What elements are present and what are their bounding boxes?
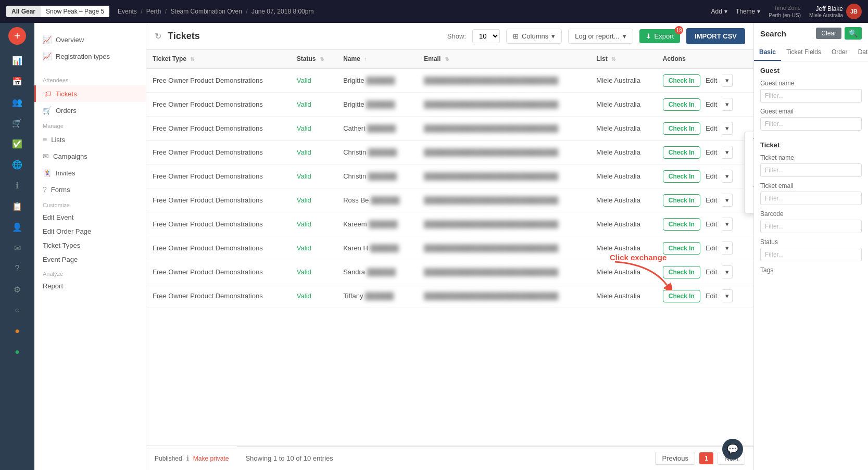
edit-dropdown-button[interactable]: ▾ bbox=[722, 170, 733, 183]
edit-dropdown-button[interactable]: ▾ bbox=[722, 146, 733, 159]
ticket-name-input[interactable] bbox=[760, 163, 862, 177]
nav-item-campaigns[interactable]: ✉ Campaigns bbox=[34, 148, 146, 164]
breadcrumb-event[interactable]: Steam Combination Oven bbox=[171, 8, 242, 15]
breadcrumb-events[interactable]: Events bbox=[118, 8, 137, 15]
nav-page-tab[interactable]: Snow Peak – Page 5 bbox=[41, 6, 109, 17]
import-csv-button[interactable]: IMPORT CSV bbox=[686, 28, 745, 44]
edit-button[interactable]: Edit bbox=[702, 266, 720, 278]
sort-icon-name[interactable]: ↑ bbox=[364, 56, 367, 62]
tab-ticket-fields[interactable]: Ticket Fields bbox=[781, 44, 826, 61]
edit-button[interactable]: Edit bbox=[702, 98, 720, 110]
sidebar-icon-circle3[interactable]: ● bbox=[7, 342, 28, 361]
chat-bubble-button[interactable]: 💬 bbox=[722, 439, 743, 460]
sort-icon-ticket-type[interactable]: ⇅ bbox=[190, 56, 194, 62]
edit-button[interactable]: Edit bbox=[702, 122, 720, 134]
edit-dropdown-button[interactable]: ▾ bbox=[722, 122, 733, 135]
current-page[interactable]: 1 bbox=[699, 452, 713, 464]
check-in-button[interactable]: Check In bbox=[663, 98, 700, 111]
check-in-button[interactable]: Check In bbox=[663, 170, 700, 183]
tab-order[interactable]: Order bbox=[826, 44, 853, 61]
cell-list: Miele Australia bbox=[590, 260, 657, 284]
check-in-button[interactable]: Check In bbox=[663, 290, 700, 302]
edit-dropdown-button[interactable]: ▾ bbox=[722, 218, 733, 231]
sidebar-icon-check[interactable]: ✅ bbox=[7, 134, 28, 153]
user-avatar[interactable]: JB bbox=[846, 4, 862, 19]
tab-basic[interactable]: Basic bbox=[754, 44, 781, 61]
sidebar-icon-user[interactable]: 👤 bbox=[7, 218, 28, 236]
guest-email-input[interactable] bbox=[760, 117, 862, 131]
show-select[interactable]: 10 25 50 bbox=[472, 29, 500, 43]
edit-button[interactable]: Edit bbox=[702, 170, 720, 182]
check-in-button[interactable]: Check In bbox=[663, 74, 700, 87]
check-in-button[interactable]: Check In bbox=[663, 218, 700, 231]
nav-item-overview[interactable]: 📈 Overview bbox=[34, 31, 146, 48]
dropdown-item-exchange[interactable]: Exchange bbox=[745, 197, 753, 213]
sidebar-icon-gear[interactable]: ⚙ bbox=[7, 280, 28, 299]
edit-button[interactable]: Edit bbox=[702, 242, 720, 254]
edit-button[interactable]: Edit bbox=[702, 146, 720, 158]
nav-item-invites[interactable]: 🃏 Invites bbox=[34, 164, 146, 181]
nav-link-ticket-types[interactable]: Ticket Types bbox=[34, 238, 146, 252]
add-button[interactable]: Add ▾ bbox=[711, 8, 727, 15]
sidebar-icon-mail[interactable]: ✉ bbox=[7, 238, 28, 257]
edit-button[interactable]: Edit bbox=[702, 74, 720, 86]
tab-dates[interactable]: Dates bbox=[853, 44, 868, 61]
nav-link-edit-event[interactable]: Edit Event bbox=[34, 210, 146, 224]
sidebar-icon-circle1[interactable]: ○ bbox=[7, 301, 28, 320]
breadcrumb-perth[interactable]: Perth bbox=[146, 8, 161, 15]
edit-dropdown-button[interactable]: ▾ bbox=[722, 289, 733, 302]
nav-item-forms[interactable]: ? Forms bbox=[34, 181, 146, 198]
sidebar-icon-circle2[interactable]: ● bbox=[7, 322, 28, 340]
dropdown-item-pdf[interactable]: PDF bbox=[745, 148, 753, 164]
edit-dropdown-button[interactable]: ▾ bbox=[722, 194, 733, 207]
check-in-button[interactable]: Check In bbox=[663, 146, 700, 159]
nav-link-edit-order[interactable]: Edit Order Page bbox=[34, 224, 146, 238]
edit-button[interactable]: Edit bbox=[702, 194, 720, 206]
log-button[interactable]: Log or report... ▾ bbox=[568, 29, 633, 44]
refresh-button[interactable]: ↻ bbox=[155, 31, 161, 41]
clear-button[interactable]: Clear bbox=[816, 28, 841, 39]
dropdown-item-email[interactable]: Email bbox=[745, 164, 753, 181]
status-input[interactable] bbox=[760, 248, 862, 261]
make-private-link[interactable]: Make private bbox=[193, 455, 229, 462]
sidebar-icon-chart[interactable]: 📊 bbox=[7, 51, 28, 70]
edit-dropdown-button[interactable]: ▾ bbox=[722, 265, 733, 278]
previous-button[interactable]: Previous bbox=[655, 452, 695, 465]
search-execute-button[interactable]: 🔍 bbox=[845, 27, 862, 40]
sidebar-icon-info[interactable]: ℹ bbox=[7, 176, 28, 195]
edit-dropdown-button[interactable]: ▾ bbox=[722, 242, 733, 255]
dropdown-item-view[interactable]: View bbox=[745, 132, 753, 148]
edit-dropdown-button[interactable]: ▾ bbox=[722, 98, 733, 111]
nav-link-event-page[interactable]: Event Page bbox=[34, 252, 146, 266]
edit-button[interactable]: Edit bbox=[702, 218, 720, 230]
sidebar-icon-list[interactable]: 📋 bbox=[7, 197, 28, 215]
guest-name-input[interactable] bbox=[760, 89, 862, 103]
nav-item-orders[interactable]: 🛒 Orders bbox=[34, 102, 146, 119]
check-in-button[interactable]: Check In bbox=[663, 122, 700, 135]
check-in-button[interactable]: Check In bbox=[663, 266, 700, 278]
sidebar-add-button[interactable]: + bbox=[8, 27, 26, 45]
sort-icon-status[interactable]: ⇅ bbox=[320, 56, 324, 62]
edit-button[interactable]: Edit bbox=[702, 290, 720, 302]
ticket-email-input[interactable] bbox=[760, 192, 862, 205]
nav-item-lists[interactable]: ≡ Lists bbox=[34, 131, 146, 148]
sidebar-icon-globe[interactable]: 🌐 bbox=[7, 155, 28, 174]
theme-button[interactable]: Theme ▾ bbox=[736, 8, 760, 15]
nav-item-tickets[interactable]: 🏷 Tickets bbox=[34, 85, 146, 102]
nav-item-registration[interactable]: 📈 Registration types bbox=[34, 48, 146, 65]
check-in-button[interactable]: Check In bbox=[663, 242, 700, 255]
sidebar-icon-help[interactable]: ? bbox=[7, 259, 28, 278]
nav-link-report[interactable]: Report bbox=[34, 279, 146, 293]
columns-button[interactable]: ⊞ Columns ▾ bbox=[506, 29, 562, 44]
edit-dropdown-button[interactable]: ▾ bbox=[722, 74, 733, 87]
export-button[interactable]: ⬇ Export 19 bbox=[639, 29, 681, 43]
sidebar-icon-cart[interactable]: 🛒 bbox=[7, 113, 28, 132]
sidebar-icon-users[interactable]: 👥 bbox=[7, 93, 28, 111]
sort-icon-email[interactable]: ⇅ bbox=[445, 56, 449, 62]
barcode-input[interactable] bbox=[760, 220, 862, 233]
dropdown-item-void[interactable]: Void bbox=[745, 181, 753, 197]
nav-brand[interactable]: All Gear bbox=[6, 6, 41, 17]
check-in-button[interactable]: Check In bbox=[663, 194, 700, 207]
sort-icon-list[interactable]: ⇅ bbox=[611, 56, 615, 62]
sidebar-icon-calendar[interactable]: 📅 bbox=[7, 72, 28, 91]
